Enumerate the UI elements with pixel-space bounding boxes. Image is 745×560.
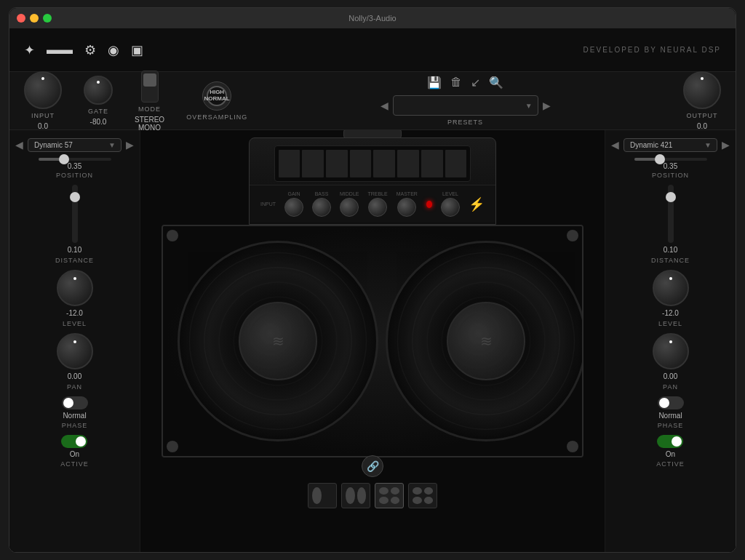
amp-led [426, 201, 432, 208]
amp-head: INPUT GAIN BASS MIDDLE [249, 137, 496, 225]
close-button[interactable] [17, 14, 25, 23]
input-knob-group: INPUT 0.0 [24, 71, 62, 130]
svg-point-2 [219, 282, 337, 400]
amp-logo-icon: ⚡ [469, 196, 485, 212]
cabinet-corner-tl [167, 230, 178, 241]
cabinet-corner-bl [167, 441, 178, 452]
right-mic-prev[interactable]: ◀ [611, 139, 619, 151]
right-pan-group: 0.00 PAN [653, 333, 689, 391]
cab-dot-2b [357, 487, 367, 504]
right-position-label: POSITION [652, 172, 689, 179]
amp-middle-knob[interactable] [340, 198, 359, 217]
left-phase-value: Normal [63, 412, 86, 420]
amp-bass-label: BASS [315, 191, 329, 196]
left-level-knob[interactable] [57, 270, 93, 306]
svg-point-5 [398, 253, 575, 430]
right-distance-thumb[interactable] [666, 192, 676, 202]
output-knob-group: OUTPUT 0.0 [683, 71, 721, 130]
maximize-button[interactable] [43, 14, 52, 23]
right-mic-next[interactable]: ▶ [722, 139, 730, 151]
cab-dot-4c [413, 497, 422, 504]
left-pan-knob[interactable] [57, 333, 93, 369]
cabinet-body: ≋ [163, 226, 582, 456]
left-active-toggle[interactable] [61, 435, 87, 448]
plugin-icon[interactable]: ✦ [24, 42, 35, 58]
right-active-label: ACTIVE [656, 460, 685, 468]
left-phase-toggle[interactable] [62, 396, 88, 409]
amp-middle-group: MIDDLE [340, 191, 359, 217]
right-active-value: On [666, 450, 675, 458]
input-knob[interactable] [24, 71, 62, 109]
gate-value: -80.0 [90, 118, 107, 126]
metronome-icon[interactable]: ▣ [131, 42, 143, 58]
svg-point-8 [442, 297, 530, 385]
vent-6 [397, 150, 419, 177]
eq-icon[interactable]: ▬▬ [47, 42, 73, 57]
cab-dot-3c [379, 497, 389, 504]
right-position-thumb[interactable] [655, 154, 665, 164]
left-position-value: 0.35 [68, 162, 81, 170]
input-value: 0.0 [38, 122, 48, 130]
right-distance-slider[interactable] [668, 185, 674, 243]
oversampling-button[interactable]: HIGH NORMAL [202, 81, 231, 111]
oversampling-group: HIGH NORMAL OVERSAMPLING [186, 81, 247, 121]
right-phase-toggle[interactable] [658, 396, 684, 409]
amp-gain-knob[interactable] [284, 198, 303, 217]
right-pan-knob[interactable] [653, 333, 689, 369]
mode-group: MODE STEREO MONO [135, 71, 164, 132]
right-phase-thumb [659, 398, 669, 408]
left-mic-select[interactable]: Dynamic 57 [28, 138, 121, 152]
preset-prev[interactable]: ◀ [381, 100, 389, 111]
cab-btn-2x12[interactable] [341, 483, 370, 508]
svg-point-1 [204, 268, 352, 415]
mixer-icon[interactable]: ⚙ [84, 42, 96, 58]
right-active-toggle[interactable] [657, 435, 683, 448]
import-icon[interactable]: ↙ [471, 76, 480, 89]
right-active-thumb [672, 436, 682, 447]
amp-cabinet: ≋ [162, 225, 583, 457]
left-mic-next[interactable]: ▶ [126, 139, 134, 151]
mode-toggle[interactable] [141, 71, 159, 103]
left-position-thumb[interactable] [59, 154, 69, 164]
title-bar: Nolly/3-Audio [9, 8, 736, 28]
minimize-button[interactable] [30, 14, 39, 23]
gate-label: GATE [88, 108, 108, 115]
right-active-group: On ACTIVE [656, 435, 685, 468]
amp-master-knob[interactable] [397, 198, 416, 217]
preset-select[interactable] [393, 95, 538, 116]
brand-text: DEVELOPED BY NEURAL DSP [583, 46, 721, 54]
output-knob[interactable] [683, 71, 721, 109]
delete-icon[interactable]: 🗑 [450, 76, 462, 89]
amp-treble-label: TREBLE [367, 191, 387, 196]
amp-level-knob[interactable] [441, 198, 460, 217]
preset-next[interactable]: ▶ [543, 100, 551, 111]
svg-point-7 [427, 282, 545, 400]
cab-btn-1x12[interactable] [308, 483, 337, 508]
save-icon[interactable]: 💾 [427, 76, 442, 89]
window-controls [17, 14, 52, 23]
amp-treble-knob[interactable] [368, 198, 387, 217]
left-distance-slider[interactable] [72, 185, 78, 243]
cab-btn-810[interactable] [408, 483, 437, 508]
left-mic-prev[interactable]: ◀ [15, 139, 23, 151]
left-phase-group: Normal PHASE [62, 396, 88, 429]
cab-dot-4b [424, 487, 434, 495]
link-button[interactable]: 🔗 [362, 455, 383, 477]
tuner-icon[interactable]: ◉ [108, 42, 119, 58]
amp-bass-knob[interactable] [312, 198, 331, 217]
vent-1 [279, 150, 300, 177]
search-icon[interactable]: 🔍 [489, 76, 503, 89]
gate-knob[interactable] [84, 76, 113, 105]
left-position-label: POSITION [56, 172, 93, 179]
left-distance-thumb[interactable] [70, 192, 80, 202]
right-level-knob[interactable] [653, 270, 689, 306]
cab-btn-4x12[interactable] [375, 483, 404, 508]
right-mic-select[interactable]: Dynamic 421 [624, 138, 717, 152]
svg-point-3 [234, 297, 322, 385]
cab-dot-3b [391, 487, 400, 495]
left-distance-value: 0.10 [68, 246, 81, 254]
right-mic-panel: ◀ Dynamic 421 ▼ ▶ [605, 130, 736, 552]
vent-8 [445, 150, 467, 177]
left-pan-label: PAN [67, 383, 82, 391]
left-pan-group: 0.00 PAN [57, 333, 93, 391]
